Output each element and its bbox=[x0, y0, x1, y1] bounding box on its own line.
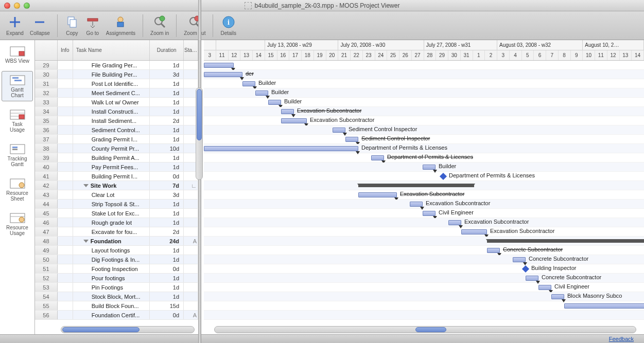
sidebar-item-taskusage[interactable]: Task Usage bbox=[2, 105, 33, 136]
table-row[interactable]: 34Install Constructi...1d bbox=[35, 107, 198, 116]
task-bar[interactable] bbox=[204, 63, 234, 68]
collapse-caret-icon[interactable] bbox=[83, 184, 89, 187]
gantt-row[interactable]: Builder bbox=[204, 88, 644, 98]
table-row[interactable]: 53Pin Footings1d bbox=[35, 283, 198, 292]
gantt-row[interactable]: Department of Permits & Licenses bbox=[204, 144, 644, 153]
gantt-row[interactable]: Concrete Subcontractor bbox=[204, 274, 644, 283]
table-row[interactable]: 32Meet Sediment C...1d bbox=[35, 88, 198, 98]
task-bar[interactable] bbox=[333, 128, 345, 133]
table-row[interactable]: 35Install Sediment...2d bbox=[35, 116, 198, 125]
task-bar[interactable] bbox=[564, 303, 644, 309]
task-bar[interactable] bbox=[461, 229, 487, 234]
table-row[interactable]: 31Post Lot Identific...1d bbox=[35, 79, 198, 88]
table-row[interactable]: 44Strip Topsoil & St...1d bbox=[35, 200, 198, 209]
task-bar[interactable] bbox=[345, 137, 358, 142]
table-row[interactable]: 29File Grading Per...1d bbox=[35, 61, 198, 70]
column-duration[interactable]: Duration bbox=[150, 40, 184, 60]
feedback-link[interactable]: Feedback bbox=[609, 336, 634, 342]
task-bar[interactable] bbox=[358, 192, 397, 197]
table-hscrollbar[interactable] bbox=[61, 326, 195, 333]
task-bar[interactable] bbox=[204, 72, 242, 77]
gantt-row[interactable]: der bbox=[204, 70, 644, 79]
task-bar[interactable] bbox=[513, 257, 526, 262]
task-bar[interactable] bbox=[281, 109, 294, 114]
gantt-row[interactable]: Excavation Subcontractor bbox=[204, 190, 644, 200]
milestone-icon[interactable] bbox=[522, 265, 529, 273]
panel-splitter[interactable] bbox=[198, 0, 201, 343]
gantt-row[interactable]: Concrete Subcontractor bbox=[204, 255, 644, 264]
task-bar[interactable] bbox=[255, 91, 268, 96]
gantt-row[interactable]: Excavation Subcontractor bbox=[204, 200, 644, 209]
gantt-row[interactable] bbox=[204, 237, 644, 246]
table-row[interactable]: 39Building Permit A...1d bbox=[35, 153, 198, 163]
column-taskname[interactable]: Task Name bbox=[73, 40, 150, 60]
gantt-row[interactable] bbox=[204, 181, 644, 190]
zoomout-button[interactable]: Zoom out bbox=[184, 15, 205, 36]
gantt-row[interactable]: Excavation Subcontractor bbox=[204, 116, 644, 125]
copy-button[interactable]: Copy bbox=[65, 15, 79, 36]
task-bar[interactable] bbox=[538, 285, 551, 290]
sidebar-item-trackinggantt[interactable]: Tracking Gantt bbox=[2, 140, 33, 170]
gantt-row[interactable] bbox=[204, 61, 644, 70]
details-button[interactable]: i Details bbox=[220, 15, 236, 36]
table-row[interactable]: 30File Building Per...3d bbox=[35, 70, 198, 79]
task-bar[interactable] bbox=[410, 202, 423, 207]
table-row[interactable]: 50Dig Footings & In...1d bbox=[35, 255, 198, 264]
task-bar[interactable] bbox=[242, 81, 255, 86]
task-bar[interactable] bbox=[423, 211, 436, 216]
gantt-row[interactable]: Excavation Subcontractor bbox=[204, 107, 644, 116]
table-row[interactable]: 52Pour footings1d bbox=[35, 274, 198, 283]
task-bar[interactable] bbox=[204, 146, 358, 151]
task-bar[interactable] bbox=[371, 155, 384, 160]
gantt-row[interactable] bbox=[204, 311, 644, 320]
table-row[interactable]: 42Site Work7d∟ bbox=[35, 181, 198, 190]
sidebar-item-resourcesheet[interactable]: Resource Sheet bbox=[2, 174, 33, 205]
table-row[interactable]: 56Foundation Certif...0dA bbox=[35, 311, 198, 320]
table-row[interactable]: 43Clear Lot3d bbox=[35, 190, 198, 200]
task-bar[interactable] bbox=[526, 276, 538, 281]
task-bar[interactable] bbox=[551, 294, 564, 299]
gantt-row[interactable]: Excavation Subcontractor bbox=[204, 218, 644, 227]
scrollbar-thumb[interactable] bbox=[415, 327, 446, 332]
task-bar[interactable] bbox=[487, 248, 500, 253]
milestone-icon[interactable] bbox=[440, 173, 447, 180]
sidebar-item-gantt[interactable]: Gantt Chart bbox=[2, 71, 33, 101]
table-row[interactable]: 49Layout footings1d bbox=[35, 246, 198, 255]
gantt-row[interactable]: Block Masonry Subco bbox=[204, 292, 644, 301]
gantt-row[interactable]: Builder bbox=[204, 163, 644, 172]
gantt-row[interactable]: Sediment Control Inspector bbox=[204, 135, 644, 144]
sidebar-item-resourceusage[interactable]: Resource Usage bbox=[2, 209, 33, 239]
table-row[interactable]: 51Footing Inspection0d bbox=[35, 264, 198, 274]
table-row[interactable]: 40Pay Permit Fees...1d bbox=[35, 163, 198, 172]
table-vscrollbar[interactable] bbox=[196, 87, 203, 180]
collapse-button[interactable]: Collapse bbox=[30, 15, 50, 36]
table-row[interactable]: 47Excavate for fou...2d bbox=[35, 227, 198, 237]
summary-bar[interactable] bbox=[358, 184, 474, 187]
task-bar[interactable] bbox=[448, 220, 461, 225]
task-bar[interactable] bbox=[281, 118, 307, 123]
expand-button[interactable]: Expand bbox=[6, 15, 24, 36]
table-row[interactable]: 45Stake Lot for Exc...1d bbox=[35, 209, 198, 218]
assignments-button[interactable]: Assignments bbox=[106, 15, 135, 36]
table-row[interactable]: 48Foundation24dA bbox=[35, 237, 198, 246]
column-info[interactable]: Info bbox=[58, 40, 73, 60]
gantt-row[interactable]: Sediment Control Inspector bbox=[204, 125, 644, 135]
gantt-row[interactable]: Building Inspector bbox=[204, 264, 644, 274]
task-bar[interactable] bbox=[268, 100, 281, 105]
gantt-row[interactable]: Civil Engineer bbox=[204, 209, 644, 218]
table-row[interactable]: 41Building Permit I...0d bbox=[35, 172, 198, 181]
table-row[interactable]: 46Rough grade lot1d bbox=[35, 218, 198, 227]
gantt-chart[interactable]: July 13, 2008 - w29July 20, 2008 - w30Ju… bbox=[199, 40, 644, 334]
gantt-row[interactable] bbox=[204, 301, 644, 311]
table-row[interactable]: 37Grading Permit I...1d bbox=[35, 135, 198, 144]
goto-button[interactable]: Go to bbox=[85, 15, 100, 36]
zoomin-button[interactable]: Zoom in bbox=[150, 15, 169, 36]
task-bar[interactable] bbox=[423, 165, 436, 170]
gantt-row[interactable]: Civil Engineer bbox=[204, 283, 644, 292]
summary-bar[interactable] bbox=[487, 239, 644, 243]
scrollbar-thumb[interactable] bbox=[62, 327, 140, 332]
gantt-row[interactable]: Builder bbox=[204, 79, 644, 88]
gantt-row[interactable]: Department of Permits & Licenses bbox=[204, 172, 644, 181]
table-row[interactable]: 54Stock Block, Mort...1d bbox=[35, 292, 198, 301]
column-start[interactable]: Sta… bbox=[184, 40, 198, 60]
